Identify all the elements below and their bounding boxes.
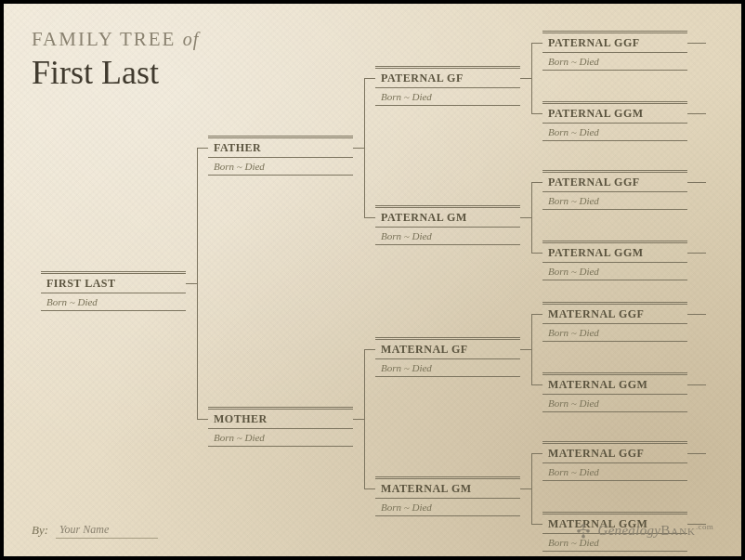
connector bbox=[197, 148, 198, 419]
connector bbox=[531, 453, 542, 454]
connector bbox=[364, 78, 375, 79]
node-pgm: PATERNAL GM Born ~ Died bbox=[375, 205, 520, 245]
title-prefix-text: FAMILY TREE bbox=[32, 28, 176, 50]
by-value: Your Name bbox=[56, 522, 158, 539]
connector bbox=[687, 182, 706, 183]
node-pgm-dates: Born ~ Died bbox=[375, 228, 520, 245]
brand-text: GenealogyBank.com bbox=[598, 522, 713, 539]
node-mggf1-dates: Born ~ Died bbox=[542, 324, 687, 342]
node-pggf1-name: PATERNAL GGF bbox=[542, 31, 687, 53]
node-mgf-name: MATERNAL GF bbox=[375, 337, 520, 359]
node-mgm: MATERNAL GM Born ~ Died bbox=[375, 476, 520, 516]
node-pggm2: PATERNAL GGM Born ~ Died bbox=[542, 241, 687, 280]
node-pggf2: PATERNAL GGF Born ~ Died bbox=[542, 170, 687, 210]
node-mggf1-name: MATERNAL GGF bbox=[542, 302, 687, 324]
node-pggf2-name: PATERNAL GGF bbox=[542, 170, 687, 192]
node-mggf2-name: MATERNAL GGF bbox=[542, 441, 687, 463]
node-mother-dates: Born ~ Died bbox=[208, 429, 353, 447]
connector bbox=[687, 113, 706, 114]
node-pggm2-name: PATERNAL GGM bbox=[542, 241, 687, 263]
connector bbox=[687, 453, 706, 454]
node-pggm1-name: PATERNAL GGM bbox=[542, 101, 687, 124]
node-pgf-name: PATERNAL GF bbox=[375, 66, 520, 88]
node-mggm1: MATERNAL GGM Born ~ Died bbox=[542, 372, 687, 412]
node-pgf-dates: Born ~ Died bbox=[375, 88, 520, 106]
node-mother-name: MOTHER bbox=[208, 407, 353, 429]
node-pggf2-dates: Born ~ Died bbox=[542, 192, 687, 210]
node-root: FIRST LAST Born ~ Died bbox=[41, 271, 186, 311]
connector bbox=[353, 148, 364, 149]
brand-a: Genealogy bbox=[598, 523, 661, 538]
connector bbox=[353, 419, 364, 420]
brand-logo: GenealogyBank.com bbox=[574, 521, 713, 540]
connector bbox=[520, 488, 531, 489]
node-mggm1-dates: Born ~ Died bbox=[542, 395, 687, 412]
node-mgm-name: MATERNAL GM bbox=[375, 476, 520, 499]
connector bbox=[531, 314, 532, 384]
connector bbox=[531, 113, 542, 114]
node-pggm1-dates: Born ~ Died bbox=[542, 124, 687, 141]
node-pggf1-dates: Born ~ Died bbox=[542, 53, 687, 71]
node-pgf: PATERNAL GF Born ~ Died bbox=[375, 66, 520, 106]
title-of: of bbox=[183, 29, 200, 49]
connector bbox=[531, 182, 532, 253]
connector bbox=[687, 253, 706, 254]
node-pggf1: PATERNAL GGF Born ~ Died bbox=[542, 31, 687, 71]
node-root-name: FIRST LAST bbox=[41, 271, 186, 293]
connector bbox=[520, 217, 531, 218]
node-father-name: FATHER bbox=[208, 136, 353, 158]
by-label: By: bbox=[32, 523, 48, 538]
title-block: FAMILY TREE of First Last bbox=[32, 28, 199, 92]
brand-c: .com bbox=[696, 522, 713, 531]
svg-point-3 bbox=[582, 535, 585, 539]
connector bbox=[531, 253, 542, 254]
title-name: First Last bbox=[32, 53, 199, 92]
node-mgm-dates: Born ~ Died bbox=[375, 499, 520, 516]
connector bbox=[364, 349, 375, 350]
tree-icon bbox=[574, 521, 593, 540]
connector bbox=[197, 419, 208, 420]
connector bbox=[364, 349, 365, 488]
connector bbox=[687, 384, 706, 385]
node-mggf2-dates: Born ~ Died bbox=[542, 463, 687, 481]
node-mggf2: MATERNAL GGF Born ~ Died bbox=[542, 441, 687, 481]
node-mother: MOTHER Born ~ Died bbox=[208, 407, 353, 447]
node-pgm-name: PATERNAL GM bbox=[375, 205, 520, 228]
connector bbox=[687, 314, 706, 315]
connector bbox=[531, 314, 542, 315]
node-father-dates: Born ~ Died bbox=[208, 158, 353, 176]
connector bbox=[531, 43, 532, 113]
svg-point-0 bbox=[582, 524, 585, 527]
connector bbox=[186, 283, 197, 284]
brand-b: Bank bbox=[660, 523, 696, 538]
title-prefix: FAMILY TREE of bbox=[32, 28, 199, 51]
connector bbox=[520, 78, 531, 79]
connector bbox=[531, 43, 542, 44]
node-mggf1: MATERNAL GGF Born ~ Died bbox=[542, 302, 687, 342]
connector bbox=[531, 384, 542, 385]
connector bbox=[197, 148, 208, 149]
node-father: FATHER Born ~ Died bbox=[208, 136, 353, 176]
footer: By: Your Name GenealogyBank.com bbox=[32, 521, 713, 540]
node-mggm1-name: MATERNAL GGM bbox=[542, 372, 687, 395]
connector bbox=[531, 453, 532, 524]
byline: By: Your Name bbox=[32, 522, 158, 539]
connector bbox=[531, 182, 542, 183]
connector bbox=[364, 78, 365, 217]
node-pggm1: PATERNAL GGM Born ~ Died bbox=[542, 101, 687, 141]
node-pggm2-dates: Born ~ Died bbox=[542, 263, 687, 280]
connector bbox=[520, 349, 531, 350]
connector bbox=[687, 43, 706, 44]
family-tree-sheet: FAMILY TREE of First Last FIRST LAST Bor… bbox=[4, 4, 741, 556]
node-mgf: MATERNAL GF Born ~ Died bbox=[375, 337, 520, 377]
node-root-dates: Born ~ Died bbox=[41, 293, 186, 311]
node-mgf-dates: Born ~ Died bbox=[375, 359, 520, 377]
connector bbox=[364, 217, 375, 218]
connector bbox=[364, 488, 375, 489]
